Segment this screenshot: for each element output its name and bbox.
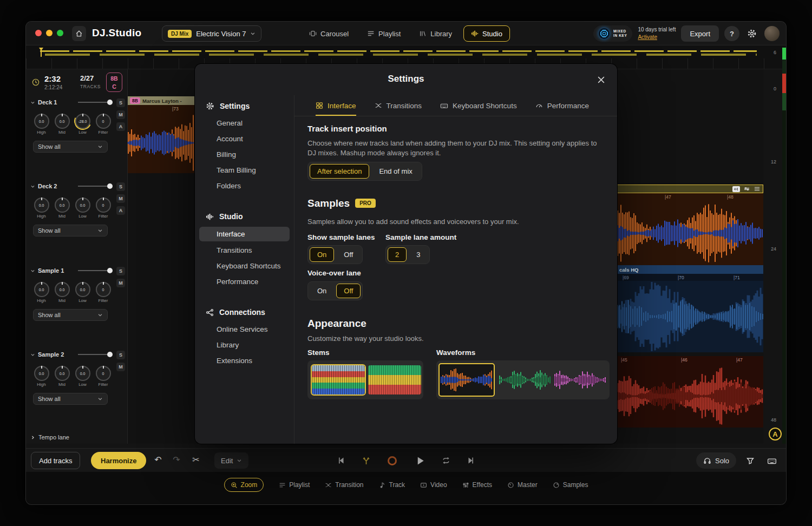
low-knob[interactable]: 0.0 [75,366,90,381]
high-knob[interactable]: 0.0 [34,282,49,297]
voice-over-off-option[interactable]: Off [336,284,361,298]
show-all-dropdown[interactable]: Show all [33,225,108,236]
automation-button[interactable]: A [116,122,125,131]
redo-icon[interactable]: ↷ [170,455,183,465]
low-knob[interactable]: -28.0 [75,114,90,129]
mid-knob[interactable]: 0.0 [55,366,70,381]
voice-over-on-option[interactable]: On [310,284,334,298]
filter-funnel-button[interactable] [742,452,759,470]
mute-button[interactable]: M [116,279,125,287]
add-tracks-button[interactable]: Add tracks [31,452,80,469]
mixed-in-key-badge[interactable]: MIXEDIN KEY [593,25,632,42]
minimize-window-button[interactable] [46,30,53,36]
harmonize-button[interactable]: Harmonize [91,452,146,469]
deck-volume-slider[interactable] [78,182,113,190]
lane-amount-3-option[interactable]: 3 [409,247,428,262]
autopilot-button[interactable]: A [769,428,782,440]
sample-1-header[interactable]: Sample 1 [30,267,113,274]
track-menu-icon[interactable] [753,186,761,192]
close-icon[interactable] [594,73,607,86]
sidebar-item-performance[interactable]: Performance [195,274,294,290]
filter-knob[interactable]: 0 [96,198,111,213]
show-all-dropdown[interactable]: Show all [33,141,108,153]
sidebar-item-general[interactable]: General [195,115,294,131]
after-selection-option[interactable]: After selection [310,164,369,179]
sidebar-item-account[interactable]: Account [195,131,294,147]
nav-playlist[interactable]: Playlist [360,25,408,42]
tab-performance[interactable]: Performance [535,95,589,116]
playlist-tab[interactable]: Playlist [279,481,310,489]
waveform-option-pink[interactable] [554,367,606,392]
deck-volume-slider[interactable] [78,98,113,106]
transition-tab[interactable]: Transition [325,481,363,489]
keyboard-shortcuts-button[interactable] [763,452,781,470]
settings-button[interactable] [745,27,759,41]
deck-2-header[interactable]: Deck 2 [30,182,113,190]
nav-library[interactable]: Library [412,25,459,42]
filter-knob[interactable]: 0 [96,114,111,129]
tab-transitions[interactable]: Transitions [375,95,422,116]
sidebar-item-team-billing[interactable]: Team Billing [195,162,294,178]
waveform-view-icon[interactable] [732,186,740,192]
tab-keyboard-shortcuts[interactable]: Keyboard Shortcuts [440,95,517,116]
record-button[interactable] [383,452,401,469]
maximize-window-button[interactable] [57,30,63,36]
sample-lanes-off-option[interactable]: Off [336,247,361,262]
loop-button[interactable] [437,452,455,469]
stems-option-colored[interactable] [312,365,365,394]
sidebar-item-keyboard-shortcuts[interactable]: Keyboard Shortcuts [195,258,294,274]
filter-knob[interactable]: 0 [96,282,111,297]
sample-volume-slider[interactable] [78,351,113,358]
lane-toggle-icon[interactable] [743,186,750,192]
mute-button[interactable]: M [116,110,125,119]
project-selector[interactable]: DJ Mix Electric Vision 7 [162,25,261,42]
sidebar-item-extensions[interactable]: Extensions [195,353,294,369]
solo-button[interactable]: S [116,267,125,275]
help-button[interactable]: ? [724,26,739,41]
activate-link[interactable]: Activate [638,34,657,40]
end-of-mix-option[interactable]: End of mix [371,164,420,179]
track-tab[interactable]: Track [379,481,405,489]
tab-interface[interactable]: Interface [316,95,356,116]
mute-button[interactable]: M [116,363,125,371]
playhead[interactable] [41,48,42,57]
automation-button[interactable]: A [116,206,125,215]
sidebar-item-library[interactable]: Library [195,337,294,353]
avatar[interactable] [764,26,780,41]
solo-button[interactable]: S [116,98,125,107]
low-knob[interactable]: 0.0 [75,198,90,213]
show-all-dropdown[interactable]: Show all [33,393,108,405]
show-all-dropdown[interactable]: Show all [33,309,108,321]
solo-button[interactable]: S [116,182,125,191]
high-knob[interactable]: 0.0 [34,366,49,381]
zoom-tab[interactable]: Zoom [224,478,264,492]
sidebar-item-interface[interactable]: Interface [199,227,290,241]
sidebar-item-transitions[interactable]: Transitions [195,242,294,258]
mid-knob[interactable]: 0.0 [55,282,70,297]
sidebar-item-billing[interactable]: Billing [195,147,294,162]
waveform-option-orange[interactable] [438,363,495,397]
deck-1-header[interactable]: Deck 1 [30,98,113,106]
edit-dropdown[interactable]: Edit [214,452,248,469]
sidebar-item-online-services[interactable]: Online Services [195,321,294,337]
track-header-vocals[interactable]: cals HQ [617,265,763,274]
track-header-selected[interactable] [617,185,763,193]
samples-tab[interactable]: Samples [553,481,588,489]
mid-knob[interactable]: 0.0 [55,198,70,213]
sample-2-header[interactable]: Sample 2 [30,351,113,358]
export-button[interactable]: Export [681,25,719,42]
solo-headphones-button[interactable]: Solo [696,452,736,469]
master-tab[interactable]: Master [507,481,538,489]
cut-icon[interactable]: ✂ [189,455,202,465]
stems-option-blended[interactable] [368,365,421,394]
sidebar-item-folders[interactable]: Folders [195,178,294,194]
track-header-marcus-layton[interactable]: 8B Marcus Layton - [128,96,195,105]
mid-knob[interactable]: 0.0 [55,114,70,129]
high-knob[interactable]: 0.0 [34,198,49,213]
lane-amount-2-option[interactable]: 2 [388,247,407,262]
close-window-button[interactable] [35,30,42,36]
nav-studio[interactable]: Studio [463,25,510,42]
undo-icon[interactable]: ↶ [152,455,165,465]
play-button[interactable] [411,452,429,469]
filter-knob[interactable]: 0 [96,366,111,381]
